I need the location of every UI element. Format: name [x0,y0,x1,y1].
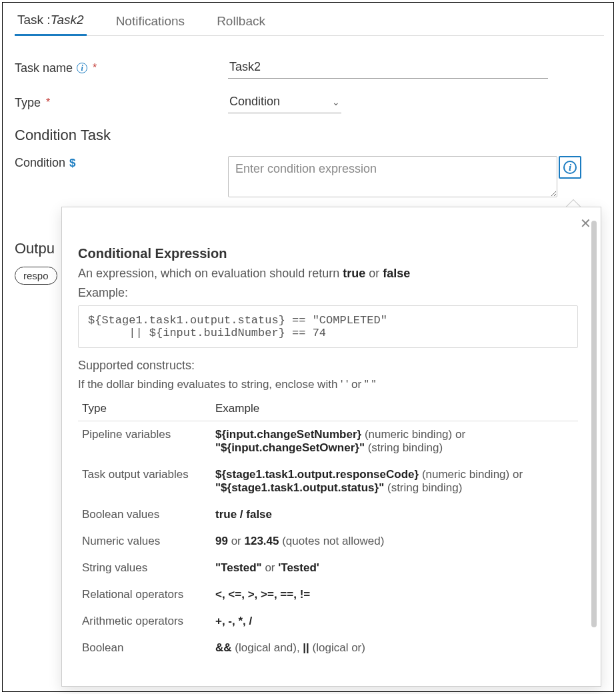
tab-task-name: Task2 [51,13,84,27]
condition-info-button[interactable]: i [559,156,581,179]
construct-example: <, <=, >, >=, ==, != [211,581,578,608]
tab-notifications[interactable]: Notifications [113,14,188,35]
required-mark: * [46,97,50,109]
construct-example: && (logical and), || (logical or) [211,635,578,661]
condition-help-popover: ✕ Conditional Expression An expression, … [61,207,601,687]
construct-example: true / false [211,501,578,528]
construct-example: +, -, *, / [211,608,578,635]
condition-input[interactable] [228,156,557,197]
construct-example: ${input.changeSetNumber} (numeric bindin… [211,421,578,462]
chevron-down-icon: ⌄ [332,97,340,107]
close-icon[interactable]: ✕ [580,217,591,230]
table-row: Relational operators<, <=, >, >=, ==, != [78,581,578,608]
table-row: Numeric values99 or 123.45 (quotes not a… [78,528,578,555]
construct-type: Arithmetic operators [78,608,211,635]
table-row: Pipeline variables${input.changeSetNumbe… [78,421,578,462]
output-chip[interactable]: respo [15,267,57,285]
required-mark: * [93,62,97,74]
table-row: String values"Tested" or 'Tested' [78,555,578,581]
tab-task[interactable]: Task :Task2 [15,13,87,36]
construct-type: String values [78,555,211,581]
type-label: Type * [15,96,228,110]
constructs-table: Type Example Pipeline variables${input.c… [78,397,578,661]
construct-type: Task output variables [78,461,211,501]
condition-label: Condition $ [15,156,228,170]
construct-example: "Tested" or 'Tested' [211,555,578,581]
table-row: Task output variables${stage1.task1.outp… [78,461,578,501]
th-type: Type [78,397,211,421]
example-code: ${Stage1.task1.output.status} == "COMPLE… [78,305,578,348]
construct-example: 99 or 123.45 (quotes not allowed) [211,528,578,555]
supported-label: Supported constructs: [78,359,578,373]
example-label: Example: [78,286,578,300]
construct-example: ${stage1.task1.output.responseCode} (num… [211,461,578,501]
popover-title: Conditional Expression [78,246,578,261]
th-example: Example [211,397,578,421]
enclose-note: If the dollar binding evaluates to strin… [78,378,578,391]
taskname-label: Task name i * [15,61,228,75]
construct-type: Pipeline variables [78,421,211,462]
section-title: Condition Task [15,127,604,144]
type-select[interactable]: Condition ⌄ [228,92,341,113]
scrollbar[interactable] [591,221,597,627]
construct-type: Numeric values [78,528,211,555]
construct-type: Boolean [78,635,211,661]
tab-rollback[interactable]: Rollback [214,14,268,35]
table-row: Arithmetic operators+, -, *, / [78,608,578,635]
info-icon[interactable]: i [77,63,87,73]
tab-bar: Task :Task2 Notifications Rollback [15,9,604,36]
info-icon: i [563,161,577,174]
construct-type: Boolean values [78,501,211,528]
taskname-input[interactable] [228,57,548,79]
construct-type: Relational operators [78,581,211,608]
table-row: Boolean valuestrue / false [78,501,578,528]
type-value: Condition [229,95,280,109]
popover-description: An expression, which on evaluation shoul… [78,267,578,281]
table-row: Boolean&& (logical and), || (logical or) [78,635,578,661]
dollar-icon[interactable]: $ [69,157,75,170]
tab-task-prefix: Task : [17,13,51,27]
